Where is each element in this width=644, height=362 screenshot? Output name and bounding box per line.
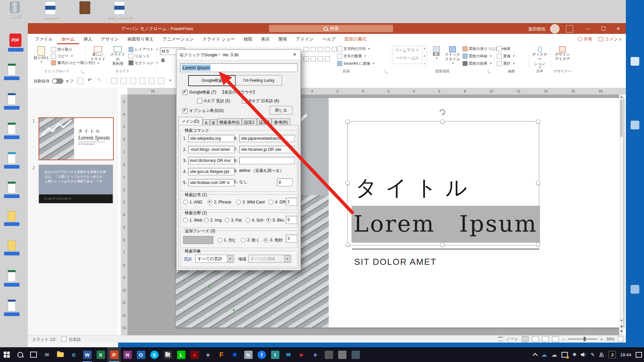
qat-shapes-button[interactable]	[149, 78, 155, 84]
command-input-7[interactable]: site:hicareer.jp OR site	[239, 146, 295, 153]
taskbar-app-acrobat[interactable]: A	[188, 347, 201, 362]
language-indicator[interactable]: 日本語	[69, 337, 81, 343]
new-slide-button[interactable]: 新しいスライド▼	[89, 46, 107, 65]
paragraph-list-buttons[interactable]	[304, 47, 337, 52]
design-ideas-button[interactable]: デザインアイデア	[553, 46, 572, 62]
selection-handle[interactable]	[345, 119, 350, 124]
close-button[interactable]: ✕	[611, 23, 626, 34]
zoom-out-button[interactable]: −	[562, 337, 565, 342]
paste-button[interactable]: 貼り付け▼	[34, 46, 49, 64]
restore-button[interactable]	[596, 23, 611, 34]
desktop-shortcut[interactable]	[4, 241, 19, 255]
section-button[interactable]: セクション▼	[128, 60, 158, 65]
slide-caption[interactable]: SIT DOLOR AMET	[354, 257, 437, 267]
command-input-8[interactable]	[239, 157, 295, 164]
selection-handle[interactable]	[440, 119, 445, 124]
radio-sch[interactable]: 4. Sch	[246, 218, 263, 223]
tab-view[interactable]: 表示	[257, 34, 274, 44]
action-center-icon[interactable]	[636, 352, 642, 358]
find-button[interactable]: 検索	[497, 46, 511, 51]
command-count-box[interactable]: 8	[277, 178, 292, 186]
taskbar-app-mail[interactable]: ✉	[40, 347, 54, 362]
desktop-shortcut[interactable]	[631, 57, 639, 66]
taskbar-app-notepad[interactable]: N	[241, 347, 255, 362]
symbol-value-box[interactable]: 2	[286, 198, 297, 206]
search-button[interactable]	[13, 347, 27, 362]
google-search-checkbox[interactable]: Google検索 (7) 【規定のブラウザ】	[182, 89, 257, 95]
radio-bks[interactable]: 5. Bks	[266, 218, 284, 223]
selection-handle[interactable]	[536, 181, 540, 185]
desktop-shortcut[interactable]	[4, 270, 19, 287]
desktop-shortcut[interactable]	[4, 211, 19, 226]
taskbar-app-excel[interactable]: X	[94, 347, 107, 362]
radio-phrase[interactable]: 2. Phrase	[208, 200, 231, 204]
reuse-slides-button[interactable]: スライドの再利用	[108, 46, 127, 66]
radio-include[interactable]: 1. 含む	[217, 237, 236, 243]
taskbar-app-firefox[interactable]: F	[215, 347, 228, 362]
dialog-title-bar[interactable]: 右クリックでGoogle！ Ver. 3.3b ✕	[176, 50, 301, 60]
taskbar-app-mailer[interactable]: ✉	[282, 347, 295, 362]
taskbar-app-word[interactable]: W	[80, 347, 94, 362]
dialog-close-button[interactable]: 閉じる	[270, 106, 292, 115]
taskbar-app-generic[interactable]	[335, 347, 349, 362]
desktop-icon-pdf[interactable]: PDF	[8, 34, 23, 52]
desktop-shortcut[interactable]	[4, 182, 19, 198]
scroll-up-icon[interactable]	[620, 96, 623, 98]
feeling-lucky-button[interactable]: I'm Feeling Lucky	[235, 75, 282, 85]
tab-help[interactable]: ヘルプ	[318, 34, 340, 44]
taskbar-app-explorer[interactable]	[54, 347, 67, 362]
dialog-close-icon[interactable]: ✕	[293, 52, 297, 57]
radio-disable[interactable]: 3. 無効	[264, 237, 282, 243]
speaker-icon[interactable]	[581, 352, 586, 357]
tab-transitions[interactable]: 画面切り替え	[123, 34, 158, 44]
ribbon-display-options-icon[interactable]	[566, 25, 573, 33]
language-dropdown[interactable]: すべての言語▼	[195, 255, 234, 263]
arrange-button[interactable]: 配置▼	[430, 46, 443, 60]
pen-icon[interactable]: ✎	[591, 352, 595, 357]
drawing-dialog-launcher[interactable]	[488, 70, 491, 73]
clock[interactable]: 18:44	[620, 352, 631, 357]
onedrive-icon[interactable]: ☁	[541, 351, 547, 358]
taskbar-app-generic[interactable]	[322, 347, 335, 362]
shape-effects-button[interactable]: 図形の効果▼	[463, 61, 492, 66]
normal-view-button[interactable]	[522, 336, 529, 342]
taskbar-app-line[interactable]: L	[174, 347, 188, 362]
clipboard-dialog-launcher[interactable]	[82, 70, 85, 73]
taskbar-app-dropbox[interactable]: ✱	[228, 347, 241, 362]
tab-design[interactable]: デザイン	[97, 34, 123, 44]
desktop-shortcut[interactable]	[631, 285, 639, 294]
copy-button[interactable]: コピー▼	[51, 54, 73, 59]
share-button[interactable]: 共有	[578, 36, 592, 42]
shape-gallery[interactable]: □ ○ △ ▽ ◇ ☆ ○ □ ◇ ─ △ ▷	[393, 46, 422, 64]
shape-outline-button[interactable]: 図形の枠線▼	[463, 54, 492, 59]
taskbar-app-translator[interactable]: 翻	[161, 347, 174, 362]
dictation-button[interactable]: ディクテーション▼	[531, 46, 548, 69]
undo-button[interactable]: ↶	[88, 77, 92, 83]
qat-chart-button[interactable]	[130, 78, 136, 84]
j-app-icon[interactable]: J	[608, 351, 616, 358]
tab-review[interactable]: 校閲	[239, 34, 257, 44]
paragraph-dialog-launcher[interactable]	[385, 70, 388, 73]
tab-developer[interactable]: 開発	[274, 34, 291, 44]
slide-counter[interactable]: スライド 1/2	[32, 337, 55, 343]
zoom-level[interactable]: 93%	[606, 337, 614, 342]
tab-shape-format[interactable]: 図形の書式	[340, 34, 371, 44]
desktop-icon-doc3[interactable]: BNR_Maroc (2	[107, 1, 132, 19]
replace-button[interactable]: 置換▼	[497, 54, 515, 59]
qat-align-button[interactable]	[158, 78, 164, 84]
zoom-in-button[interactable]: +	[600, 337, 603, 342]
query-input[interactable]: Lorem Ipsum	[180, 63, 298, 72]
comments-button[interactable]: コメント	[598, 36, 623, 42]
taskbar-app-skype[interactable]: S	[148, 347, 161, 362]
zoom-slider[interactable]	[568, 339, 597, 340]
field-value-box[interactable]: 5	[286, 216, 297, 224]
google-search-button[interactable]: Google検索	[188, 75, 236, 86]
taskbar-app-powerpoint[interactable]: P	[107, 347, 121, 362]
shape-gallery-scroll[interactable]: ▲▼≡	[422, 46, 427, 66]
canvas-scrollbar[interactable]	[619, 95, 624, 335]
next-slide-button[interactable]	[620, 330, 623, 333]
command-input-3[interactable]: inurl:dictionary OR inur	[188, 157, 234, 164]
tab-insert[interactable]: 挿入	[79, 34, 97, 44]
slide-title[interactable]: タイトル	[355, 173, 475, 202]
start-button[interactable]	[0, 347, 13, 362]
